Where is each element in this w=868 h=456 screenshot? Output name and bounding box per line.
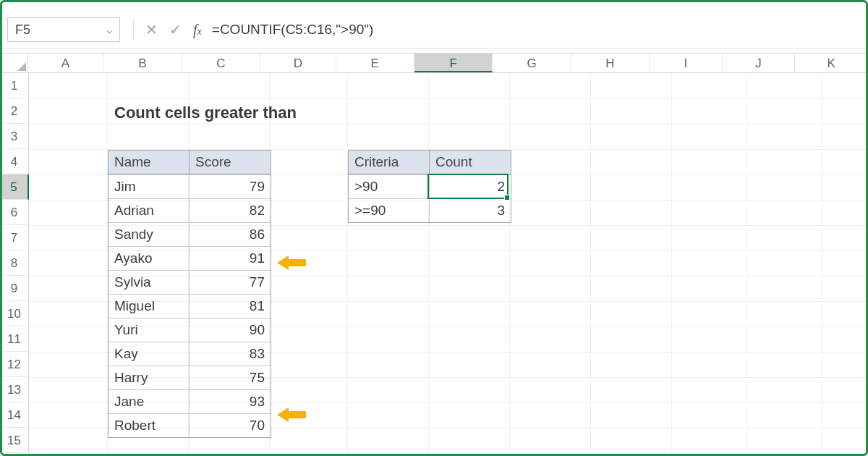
row-header[interactable]: 7 [0, 225, 29, 250]
chevron-down-icon[interactable]: ⌵ [106, 24, 112, 35]
column-header[interactable]: A [28, 54, 104, 72]
table-cell[interactable]: Miguel [109, 295, 190, 318]
table-cell[interactable]: 77 [190, 271, 271, 294]
table-cell[interactable]: Adrian [109, 199, 190, 222]
column-header[interactable]: I [650, 54, 723, 72]
table-cell[interactable]: Kay [109, 342, 190, 366]
table-cell[interactable]: 70 [190, 414, 271, 437]
row-header[interactable]: 9 [0, 276, 29, 301]
page-title: Count cells greater than [110, 100, 399, 125]
row-header[interactable]: 6 [0, 200, 29, 225]
row-headers: 123456789101112131415 [0, 73, 29, 453]
table-cell[interactable]: 91 [190, 247, 271, 270]
row-header[interactable]: 4 [0, 149, 29, 174]
table-cell[interactable]: 90 [190, 318, 271, 342]
table-header[interactable]: Count [430, 151, 511, 174]
table-header[interactable]: Name [109, 151, 190, 174]
table-cell[interactable]: 75 [190, 366, 271, 389]
table-cell[interactable]: Ayako [109, 247, 190, 270]
column-header[interactable]: H [571, 54, 650, 72]
name-box[interactable]: F5 ⌵ [7, 17, 120, 42]
table-cell[interactable]: 2 [430, 175, 511, 198]
table-cell[interactable]: 79 [190, 175, 271, 198]
data-table-scores: NameScoreJim79Adrian82Sandy86Ayako91Sylv… [108, 150, 271, 438]
table-cell[interactable]: >=90 [349, 199, 430, 222]
cancel-icon[interactable]: ✕ [145, 21, 158, 38]
column-header[interactable]: F [414, 54, 493, 72]
table-header[interactable]: Criteria [349, 151, 430, 174]
column-headers: ABCDEFGHIJK [0, 53, 868, 73]
table-cell[interactable]: Jane [109, 390, 190, 413]
row-header[interactable]: 5 [0, 174, 29, 200]
row-header[interactable]: 11 [0, 326, 29, 352]
enter-icon[interactable]: ✓ [169, 21, 182, 38]
column-header[interactable]: D [260, 54, 336, 72]
divider [133, 20, 134, 39]
column-header[interactable]: E [336, 54, 414, 72]
column-header[interactable]: G [493, 54, 571, 72]
formula-buttons: ✕ ✓ fx [133, 20, 202, 39]
row-header[interactable]: 14 [0, 402, 29, 428]
table-cell[interactable]: 93 [190, 390, 271, 413]
data-table-criteria: CriteriaCount>902>=903 [348, 150, 511, 223]
column-header[interactable]: C [182, 54, 260, 72]
row-header[interactable]: 12 [0, 352, 29, 377]
table-cell[interactable]: Harry [109, 366, 190, 389]
table-cell[interactable]: Robert [109, 414, 190, 437]
formula-input[interactable]: =COUNTIF(C5:C16,">90") [202, 22, 861, 38]
grid-area[interactable]: Count cells greater than NameScoreJim79A… [29, 73, 868, 456]
column-header[interactable]: K [795, 54, 868, 72]
row-header[interactable]: 10 [0, 301, 29, 326]
table-cell[interactable]: Yuri [109, 318, 190, 342]
row-header[interactable]: 2 [0, 98, 29, 124]
table-cell[interactable]: 86 [190, 223, 271, 246]
arrow-left-icon [277, 256, 306, 270]
fx-icon[interactable]: fx [193, 22, 202, 38]
row-header[interactable]: 15 [0, 428, 29, 453]
table-cell[interactable]: 82 [190, 199, 271, 222]
table-cell[interactable]: Jim [109, 175, 190, 198]
row-header[interactable]: 3 [0, 124, 29, 149]
select-all-corner[interactable] [0, 54, 28, 72]
table-cell[interactable]: Sylvia [109, 271, 190, 294]
table-cell[interactable]: 81 [190, 295, 271, 318]
column-header[interactable]: J [723, 54, 796, 72]
table-cell[interactable]: >90 [349, 175, 430, 198]
row-header[interactable]: 13 [0, 377, 29, 402]
arrow-left-icon [277, 408, 306, 422]
table-cell[interactable]: 3 [430, 199, 511, 222]
table-header[interactable]: Score [190, 151, 271, 174]
formula-bar: F5 ⌵ ✕ ✓ fx =COUNTIF(C5:C16,">90") [7, 16, 861, 43]
table-cell[interactable]: 83 [190, 342, 271, 366]
table-cell[interactable]: Sandy [109, 223, 190, 246]
row-header[interactable]: 1 [0, 73, 29, 98]
row-header[interactable]: 8 [0, 250, 29, 276]
name-box-value: F5 [15, 22, 30, 38]
column-header[interactable]: B [103, 54, 182, 72]
divider [0, 48, 868, 48]
